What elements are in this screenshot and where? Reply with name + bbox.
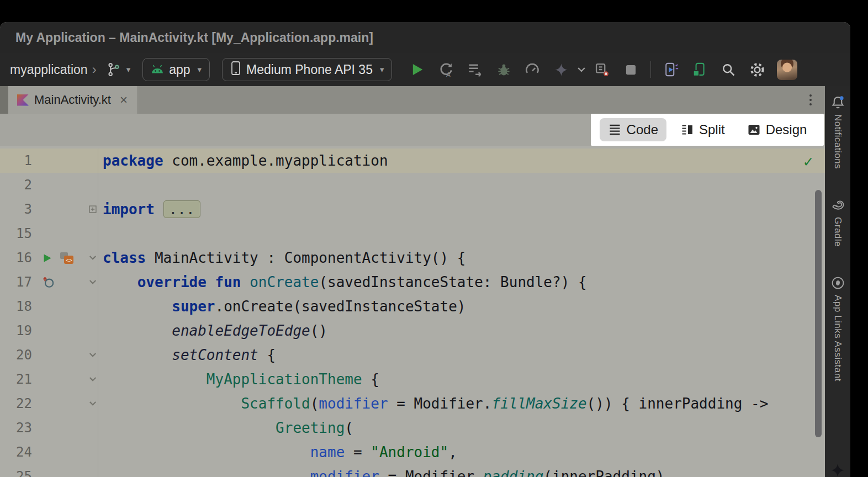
fold-chevron-icon[interactable] — [89, 255, 97, 261]
code-line-17[interactable]: 17 override fun onCreate(savedInstanceSt… — [0, 270, 825, 294]
profiler-button[interactable] — [523, 60, 542, 79]
run-gutter-icon[interactable] — [42, 253, 52, 263]
code-line-16[interactable]: 16<>class MainActivity : ComponentActivi… — [0, 246, 825, 270]
gutter: 24 — [0, 440, 98, 464]
line-number: 24 — [0, 444, 32, 460]
window-titlebar: My Application – MainActivity.kt [My_App… — [0, 22, 850, 53]
code-line-22[interactable]: 22 Scaffold(modifier = Modifier.fillMaxS… — [0, 391, 825, 416]
running-devices-button[interactable] — [661, 60, 680, 79]
device-label: Medium Phone API 35 — [246, 62, 373, 77]
view-mode-split-button[interactable]: Split — [672, 118, 733, 141]
breadcrumb-chevron-icon: › — [92, 62, 97, 77]
run-config-select[interactable]: app ▾ — [142, 58, 210, 81]
sparkle-icon[interactable] — [829, 463, 846, 477]
code-lines: 1package com.example.myapplication23impo… — [0, 149, 825, 477]
run-button[interactable] — [408, 60, 427, 79]
gutter: 18 — [0, 294, 98, 319]
stripe-item-notifications[interactable]: Notifications — [830, 95, 845, 169]
attach-debugger-button[interactable] — [592, 60, 611, 79]
gutter: 16<> — [0, 246, 98, 270]
fold-chevron-icon[interactable] — [89, 352, 97, 358]
code-text: class MainActivity : ComponentActivity()… — [98, 246, 465, 270]
gemini-button[interactable] — [552, 60, 570, 79]
override-gutter-icon[interactable] — [42, 275, 55, 289]
code-editor[interactable]: 1package com.example.myapplication23impo… — [0, 146, 825, 477]
device-select[interactable]: Medium Phone API 35 ▾ — [222, 58, 392, 81]
kotlin-file-icon — [17, 94, 29, 106]
tab-close-icon[interactable]: × — [120, 92, 128, 108]
code-line-25[interactable]: 25 modifier = Modifier.padding(innerPadd… — [0, 464, 825, 477]
code-line-15[interactable]: 15 — [0, 221, 825, 246]
avatar[interactable] — [777, 60, 797, 80]
gutter: 19 — [0, 319, 98, 343]
device-caret-icon: ▾ — [380, 65, 384, 75]
stripe-item-app-links-assistant[interactable]: App Links Assistant — [830, 275, 845, 381]
main-toolbar: myapplication › ▾ app ▾ Medium Phone API… — [0, 53, 850, 86]
device-manager-button[interactable] — [690, 60, 709, 79]
gutter: 3 — [0, 197, 98, 221]
content-row: MainActivity.kt × CodeSplitDesign 1packa… — [0, 86, 850, 477]
toolbar-separator — [650, 61, 651, 78]
stripe-item-gradle[interactable]: Gradle — [830, 198, 845, 247]
code-line-3[interactable]: 3import ... — [0, 197, 825, 221]
run-config-label: app — [169, 62, 190, 77]
split-icon — [680, 124, 694, 136]
apply-changes-button[interactable] — [465, 60, 484, 79]
gutter: 20 — [0, 343, 98, 367]
fold-chevron-icon[interactable] — [89, 377, 97, 382]
line-number: 22 — [0, 396, 32, 411]
editor-toolbar: CodeSplitDesign — [0, 114, 825, 146]
code-text: enableEdgeToEdge() — [98, 319, 327, 343]
code-line-18[interactable]: 18 super.onCreate(savedInstanceState) — [0, 294, 825, 319]
line-number: 23 — [0, 420, 32, 436]
tab-label: MainActivity.kt — [34, 93, 111, 107]
code-text: Scaffold(modifier = Modifier.fillMaxSize… — [98, 391, 768, 416]
code-text: MyApplicationTheme { — [98, 367, 379, 391]
code-line-2[interactable]: 2 — [0, 173, 825, 197]
vcs-branch-icon[interactable] — [104, 60, 123, 79]
code-line-19[interactable]: 19 enableEdgeToEdge() — [0, 319, 825, 343]
line-number: 20 — [0, 347, 32, 363]
stripe-label: Gradle — [832, 217, 843, 247]
search-button[interactable] — [719, 60, 738, 79]
line-number: 3 — [0, 202, 32, 217]
code-text: import ... — [98, 197, 200, 221]
vcs-dropdown-caret-icon[interactable]: ▾ — [126, 65, 131, 75]
code-line-20[interactable]: 20 setContent { — [0, 343, 825, 367]
code-line-21[interactable]: 21 MyApplicationTheme { — [0, 367, 825, 391]
code-text: name = "Android", — [98, 440, 457, 464]
notifications-bell-icon — [830, 95, 845, 110]
stripe-label: App Links Assistant — [832, 295, 843, 381]
folded-imports-badge[interactable]: ... — [163, 200, 200, 218]
fold-chevron-icon[interactable] — [89, 279, 97, 285]
scrollbar-thumb[interactable] — [815, 190, 822, 437]
settings-button[interactable] — [748, 60, 766, 79]
fold-expand-icon[interactable] — [89, 205, 97, 213]
code-line-23[interactable]: 23 Greeting( — [0, 416, 825, 440]
line-number: 2 — [0, 177, 32, 193]
inspections-check-icon[interactable]: ✓ — [803, 152, 813, 171]
dropdown-caret[interactable] — [576, 60, 586, 79]
android-icon — [151, 62, 164, 77]
stop-button[interactable] — [621, 60, 640, 79]
right-tool-stripe: NotificationsGradleApp Links Assistant — [825, 86, 850, 477]
view-mode-label: Split — [699, 122, 725, 137]
code-line-1[interactable]: 1package com.example.myapplication — [0, 149, 825, 173]
code-text: package com.example.myapplication — [98, 149, 388, 173]
compose-gutter-icon[interactable]: <> — [59, 251, 75, 265]
tab-mainactivity[interactable]: MainActivity.kt × — [8, 86, 138, 114]
project-breadcrumb[interactable]: myapplication — [10, 62, 88, 77]
line-number: 17 — [0, 274, 32, 290]
profile-rerun-button[interactable]: A — [437, 60, 456, 79]
code-line-24[interactable]: 24 name = "Android", — [0, 440, 825, 464]
window-title: My Application – MainActivity.kt [My_App… — [15, 30, 373, 45]
view-mode-design-button[interactable]: Design — [739, 118, 816, 141]
gutter: 22 — [0, 391, 98, 416]
code-text: super.onCreate(savedInstanceState) — [98, 294, 465, 319]
view-mode-code-button[interactable]: Code — [600, 118, 666, 141]
editor-options-kebab-icon[interactable] — [809, 94, 812, 105]
debug-button[interactable] — [494, 60, 513, 79]
fold-chevron-icon[interactable] — [89, 401, 97, 406]
app-links-icon — [830, 275, 845, 290]
code-text: modifier = Modifier.padding(innerPadding… — [98, 464, 665, 477]
